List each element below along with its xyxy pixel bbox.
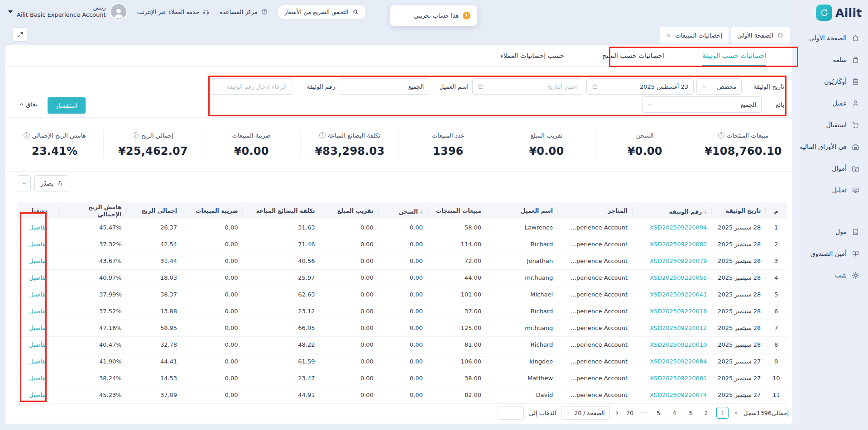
details-link[interactable]: تفاصيل: [29, 224, 47, 231]
sidebar-item-goods[interactable]: سلعة: [792, 49, 868, 71]
details-link[interactable]: تفاصيل: [29, 274, 47, 281]
document-link[interactable]: XSD202509220081: [650, 375, 707, 382]
demo-account-tooltip: ! هذا حساب تجريبي: [390, 5, 477, 26]
details-link[interactable]: تفاصيل: [29, 308, 47, 315]
date-range-type-select[interactable]: مخصص: [696, 78, 742, 95]
sidebar-item-home[interactable]: الصفحة الأولى: [792, 27, 868, 49]
column-label: م: [774, 207, 778, 215]
date-to-input[interactable]: اختيار التاريخ: [472, 78, 583, 95]
cell-action: تفاصيل: [17, 320, 59, 336]
page-3-button[interactable]: 3: [685, 407, 695, 419]
column-header-6[interactable]: الشحن: [378, 202, 427, 219]
sidebar-item-securities[interactable]: في الأوراق المالية: [792, 136, 868, 158]
column-header-5: مبيعات المنتجات: [427, 202, 486, 219]
next-page-button[interactable]: ‹: [615, 409, 619, 416]
sidebar-item-mall[interactable]: مول: [792, 221, 868, 243]
tab-home[interactable]: الصفحة الأولى: [731, 27, 790, 43]
details-link[interactable]: تفاصيل: [29, 375, 47, 382]
details-link[interactable]: تفاصيل: [29, 341, 47, 348]
prev-page-button[interactable]: ›: [734, 409, 738, 416]
collapse-toggle[interactable]: يغلق: [19, 101, 37, 108]
cell-action: تفاصيل: [17, 286, 59, 303]
stat-label: ضريبة المبيعات: [232, 132, 270, 139]
sidebar-item-occasions[interactable]: أوكَازيُون: [792, 71, 868, 92]
details-link[interactable]: تفاصيل: [29, 392, 47, 398]
cell-cogs: 25.97: [242, 269, 319, 286]
page-5-button[interactable]: 5: [653, 407, 664, 419]
tab-sales-stats[interactable]: إحصائيات المبيعات×: [660, 27, 729, 43]
cell-customer: Lawrence: [486, 219, 557, 236]
details-link[interactable]: تفاصيل: [29, 258, 47, 264]
sort-icon[interactable]: [420, 210, 423, 214]
help-center-link[interactable]: مركز المساعدة: [220, 8, 268, 15]
document-link[interactable]: XSD202509220041: [650, 291, 707, 298]
subtab-2[interactable]: حسب إحصائيات العملاء: [500, 45, 564, 66]
details-link[interactable]: تفاصيل: [29, 358, 47, 365]
close-icon[interactable]: ×: [666, 32, 671, 38]
details-link[interactable]: تفاصيل: [29, 291, 47, 298]
document-link[interactable]: XSD202509220012: [650, 325, 707, 331]
cell-profit: 42.54: [126, 236, 182, 253]
column-header-2[interactable]: رقم الوثيقة: [632, 202, 711, 219]
stat-label: تكلفة البضائع المباعة?: [319, 132, 380, 139]
sidebar-item-customer[interactable]: عميل: [792, 92, 868, 114]
page-4-button[interactable]: 4: [669, 407, 680, 419]
document-link[interactable]: XSD202509220010: [650, 341, 707, 348]
goto-page-input[interactable]: [498, 406, 524, 420]
search-icon: [352, 9, 359, 15]
page-2-button[interactable]: 2: [700, 407, 711, 419]
doc-no-input[interactable]: [209, 78, 292, 95]
sort-icon[interactable]: [704, 210, 707, 214]
document-link[interactable]: XSD202509220016: [650, 308, 707, 315]
cell-no: 6: [765, 303, 787, 320]
date-from-input[interactable]: 23 أغسطس 2025: [586, 78, 694, 95]
document-link[interactable]: XSD202509220082: [650, 241, 707, 248]
cell-store: …perience Account: [557, 336, 632, 353]
page-1-button[interactable]: 1: [716, 407, 729, 419]
sidebar-item-cashier[interactable]: أمين الصندوق: [792, 243, 868, 264]
cell-tax: 0.00: [182, 370, 242, 387]
chevron-down-icon: [647, 102, 652, 107]
info-icon[interactable]: ?: [319, 132, 326, 139]
export-options-button[interactable]: [17, 175, 31, 191]
column-label: تشغيل: [29, 207, 47, 215]
document-link[interactable]: XSD202509220094: [650, 224, 707, 231]
info-icon[interactable]: ?: [24, 132, 30, 139]
cell-margin: 45.23%: [59, 387, 126, 403]
sidebar-item-reception[interactable]: استقبال: [792, 114, 868, 136]
stat-value: ¥0.00: [628, 145, 662, 158]
sidebar-item-analysis[interactable]: تحليل: [792, 179, 868, 201]
document-link[interactable]: XSD202509220074: [650, 392, 707, 398]
document-link[interactable]: XSD202509220055: [650, 274, 707, 281]
seller-select[interactable]: الجميع: [642, 96, 762, 113]
cell-doc-no: XSD202509220082: [632, 236, 711, 253]
page-size-select[interactable]: 20 / الصفحة: [561, 406, 609, 420]
info-icon[interactable]: ?: [133, 132, 139, 139]
cell-rounding: 0.00: [320, 387, 378, 403]
account-menu[interactable]: رئيس Ailit Basic Experience Account: [8, 3, 127, 20]
sidebar-item-funds[interactable]: أموال: [792, 158, 868, 179]
cell-customer: kingdee: [486, 353, 557, 370]
cell-doc-no: XSD202509220016: [632, 303, 711, 320]
customer-input[interactable]: [339, 78, 429, 95]
cell-no: 10: [765, 370, 787, 387]
sidebar-menu: الصفحة الأولىسلعةأوكَازيُونعميلاستقبالفي…: [792, 25, 868, 286]
sidebar-item-settings[interactable]: يثبت: [792, 264, 868, 286]
subtab-label: إحصائيات حسب الوثيقة: [702, 52, 766, 59]
subtab-1[interactable]: إحصائيات حسب المنتج: [602, 45, 664, 66]
document-link[interactable]: XSD202509220079: [650, 258, 707, 264]
online-service-link[interactable]: خدمة العملاء عبر الإنترنت: [137, 8, 210, 15]
fullscreen-button[interactable]: [13, 27, 27, 42]
details-link[interactable]: تفاصيل: [29, 325, 47, 331]
quick-price-search[interactable]: التحقق السريع من الأسعار: [278, 5, 365, 19]
stat-value: ¥83,298.03: [315, 145, 384, 158]
export-button[interactable]: يصدّر: [34, 175, 69, 191]
document-link[interactable]: XSD202509220084: [650, 358, 707, 365]
page-70-button[interactable]: 70: [624, 407, 635, 419]
info-icon[interactable]: ?: [718, 132, 724, 139]
subtab-0[interactable]: إحصائيات حسب الوثيقة: [702, 45, 766, 66]
details-link[interactable]: تفاصيل: [29, 241, 47, 248]
cell-tax: 0.00: [182, 286, 242, 303]
query-button[interactable]: استفسار: [48, 97, 86, 114]
cell-cogs: 71.46: [242, 236, 319, 253]
